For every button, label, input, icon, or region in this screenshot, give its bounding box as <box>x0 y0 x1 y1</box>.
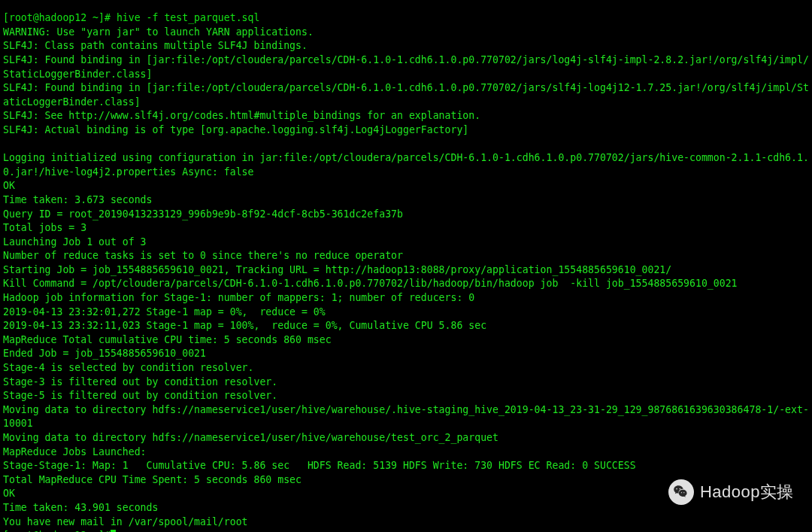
output-line: Moving data to directory hdfs://nameserv… <box>3 404 809 430</box>
prompt-hash: # <box>105 12 111 23</box>
prompt-user: [root@hadoop12 ~] <box>3 12 105 23</box>
output-line: SLF4J: Actual binding is of type [org.ap… <box>3 124 468 135</box>
output-line: MapReduce Jobs Launched: <box>3 446 147 458</box>
output-line: Stage-Stage-1: Map: 1 Cumulative CPU: 5.… <box>3 460 636 471</box>
output-line: You have new mail in /var/spool/mail/roo… <box>3 516 248 527</box>
prompt-line-1: [root@hadoop12 ~]# hive -f test_parquet.… <box>3 12 259 23</box>
output-line: OK <box>3 180 15 191</box>
output-line: Total jobs = 3 <box>3 222 86 233</box>
output-line: SLF4J: Class path contains multiple SLF4… <box>3 40 308 51</box>
output-line: SLF4J: See http://www.slf4j.org/codes.ht… <box>3 110 480 121</box>
command: hive -f test_parquet.sql <box>111 12 260 23</box>
output-line: SLF4J: Found binding in [jar:file:/opt/c… <box>3 54 809 80</box>
output-line: Time taken: 3.673 seconds <box>3 194 153 205</box>
output-line: Stage-3 is filtered out by condition res… <box>3 376 277 388</box>
output-line: 2019-04-13 23:32:11,023 Stage-1 map = 10… <box>3 320 486 331</box>
output-line: Launching Job 1 out of 3 <box>3 236 147 248</box>
terminal[interactable]: [root@hadoop12 ~]# hive -f test_parquet.… <box>0 10 812 532</box>
output-line: Hadoop job information for Stage-1: numb… <box>3 292 474 303</box>
output-line: 2019-04-13 23:32:01,272 Stage-1 map = 0%… <box>3 306 326 318</box>
output-line: Moving data to directory hdfs://nameserv… <box>3 432 498 443</box>
output-line: Kill Command = /opt/cloudera/parcels/CDH… <box>3 278 738 289</box>
output-line: Total MapReduce CPU Time Spent: 5 second… <box>3 474 301 485</box>
output-line: Logging initialized using configuration … <box>3 152 809 178</box>
output-line: MapReduce Total cumulative CPU time: 5 s… <box>3 334 332 345</box>
output-line: Query ID = root_20190413233129_996b9e9b-… <box>3 208 403 220</box>
output-line: OK <box>3 488 15 499</box>
output-line: Ended Job = job_1554885659610_0021 <box>3 348 206 359</box>
output-line: Time taken: 43.901 seconds <box>3 502 158 513</box>
output-line: Stage-5 is filtered out by condition res… <box>3 390 277 401</box>
output-line: SLF4J: Found binding in [jar:file:/opt/c… <box>3 82 809 108</box>
output-line: WARNING: Use "yarn jar" to launch YARN a… <box>3 26 314 38</box>
output-line: Stage-4 is selected by condition resolve… <box>3 362 253 373</box>
output-line: Number of reduce tasks is set to 0 since… <box>3 250 403 261</box>
output-line: Starting Job = job_1554885659610_0021, T… <box>3 264 671 275</box>
